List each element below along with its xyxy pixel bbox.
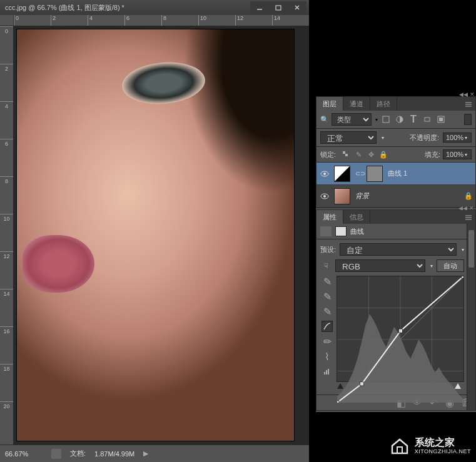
- filter-type-icon[interactable]: T: [408, 114, 419, 125]
- properties-panel: ◀◀ ✕ 属性 信息 曲线 预设: 自定 ▾ ☟ RGB ▾ 自动: [316, 209, 476, 411]
- properties-title: 曲线: [350, 227, 364, 236]
- tab-channels[interactable]: 通道: [343, 97, 370, 111]
- properties-scrollbar[interactable]: [467, 224, 475, 410]
- layer-list: ⊂⊃ 曲线 1 背景 🔒: [316, 163, 475, 208]
- curves-body: 预设: 自定 ▾ ☟ RGB ▾ 自动 ✎ ✎ ✎ ✏ ⌇: [316, 239, 475, 394]
- layer-item-curves[interactable]: ⊂⊃ 曲线 1: [316, 163, 475, 185]
- tab-properties[interactable]: 属性: [316, 210, 343, 224]
- layer-name[interactable]: 背景: [355, 191, 369, 201]
- white-point-slider[interactable]: [455, 383, 461, 389]
- status-doc-size: 1.87M/4.99M: [94, 450, 134, 458]
- eyedropper-black-icon[interactable]: ✎: [322, 276, 333, 287]
- svg-rect-13: [345, 154, 348, 156]
- svg-point-15: [323, 173, 326, 175]
- eyedropper-gray-icon[interactable]: ✎: [322, 291, 333, 302]
- svg-rect-21: [324, 372, 325, 374]
- maximize-button[interactable]: [269, 1, 288, 14]
- layer-item-background[interactable]: 背景 🔒: [316, 185, 475, 208]
- curves-adjustment-icon: [320, 226, 332, 236]
- svg-rect-31: [337, 401, 339, 403]
- zoom-level[interactable]: 66.67%: [5, 450, 43, 458]
- visibility-eye-icon[interactable]: [320, 169, 329, 178]
- curves-preset-select[interactable]: 自定: [340, 243, 457, 256]
- svg-rect-9: [425, 118, 430, 121]
- filter-search-icon[interactable]: 🔍: [320, 116, 329, 124]
- properties-header: 曲线: [316, 224, 475, 239]
- curves-auto-button[interactable]: 自动: [437, 259, 464, 272]
- ruler-vertical[interactable]: 02468101214161820: [0, 26, 14, 444]
- properties-panel-menu-icon[interactable]: [464, 213, 473, 220]
- properties-panel-tabs: 属性 信息: [316, 210, 475, 224]
- filter-adjustment-icon[interactable]: [394, 114, 405, 125]
- curves-tools: ✎ ✎ ✎ ✏ ⌇: [320, 276, 334, 382]
- canvas-image[interactable]: [16, 29, 295, 441]
- curves-preset-row: 预设: 自定 ▾: [320, 243, 464, 256]
- watermark: 系统之家 XITONGZHIJIA.NET: [388, 434, 471, 457]
- svg-rect-34: [462, 276, 463, 278]
- filter-pixel-icon[interactable]: [380, 114, 392, 125]
- tab-layers[interactable]: 图层: [316, 97, 343, 111]
- tab-info[interactable]: 信息: [343, 210, 370, 224]
- lock-transparency-icon[interactable]: [341, 149, 351, 159]
- layer-link-icon[interactable]: ⊂⊃: [355, 170, 362, 177]
- scrollbar-thumb[interactable]: [468, 230, 474, 268]
- canvas-area[interactable]: [14, 26, 309, 444]
- layers-filter-bar: 🔍 类型 ▾ T: [316, 111, 475, 129]
- fill-value[interactable]: 100%▾: [443, 149, 472, 159]
- curve-histogram-icon[interactable]: [322, 366, 333, 377]
- curves-channel-select[interactable]: RGB: [335, 259, 425, 272]
- document-title: ccc.jpg @ 66.7% (曲线 1, 图层蒙版/8) *: [3, 3, 250, 13]
- layer-thumb-adjustment[interactable]: [334, 166, 350, 182]
- lock-label: 锁定:: [320, 150, 336, 159]
- blend-mode-select[interactable]: 正常: [320, 131, 377, 144]
- preset-label: 预设:: [320, 245, 336, 254]
- svg-rect-23: [328, 369, 329, 374]
- layers-panel: ◀◀ ✕ 图层 通道 路径 🔍 类型 ▾ T 正常 ▾ 不透明度: 100%▾ …: [316, 96, 476, 208]
- layer-thumb-mask[interactable]: [367, 166, 383, 182]
- black-point-slider[interactable]: [337, 383, 343, 389]
- mask-icon[interactable]: [335, 226, 347, 236]
- curves-input-sliders[interactable]: [337, 383, 462, 391]
- lock-position-icon[interactable]: ✥: [366, 149, 376, 159]
- layers-blend-row: 正常 ▾ 不透明度: 100%▾: [316, 129, 475, 147]
- curve-point-tool-icon[interactable]: [322, 321, 333, 332]
- fill-label: 填充:: [425, 150, 440, 159]
- close-button[interactable]: [288, 1, 306, 14]
- watermark-cn: 系统之家: [415, 436, 471, 448]
- curves-graph[interactable]: [337, 276, 464, 382]
- status-preview-icon[interactable]: [51, 449, 61, 459]
- dropdown-arrow-icon: ▾: [462, 247, 464, 253]
- document-window: ccc.jpg @ 66.7% (曲线 1, 图层蒙版/8) * 0246810…: [0, 0, 309, 462]
- eyedropper-white-icon[interactable]: ✎: [322, 306, 333, 317]
- status-doc-label: 文档:: [70, 449, 86, 458]
- status-arrow-icon[interactable]: ▶: [143, 449, 148, 458]
- svg-rect-1: [276, 6, 281, 10]
- tab-paths[interactable]: 路径: [370, 97, 397, 111]
- panels-area: ◀◀ ✕ 图层 通道 路径 🔍 类型 ▾ T 正常 ▾ 不透明度: 100%▾ …: [316, 96, 476, 412]
- lock-pixels-icon[interactable]: ✎: [353, 149, 363, 159]
- curves-main: ✎ ✎ ✎ ✏ ⌇: [320, 276, 464, 382]
- targeted-adjustment-icon[interactable]: ☟: [320, 260, 332, 271]
- filter-smart-icon[interactable]: [435, 114, 447, 125]
- opacity-value[interactable]: 100%▾: [443, 133, 472, 143]
- ruler-horizontal[interactable]: 02468101214: [14, 15, 309, 26]
- lock-icon[interactable]: 🔒: [464, 192, 472, 200]
- watermark-en: XITONGZHIJIA.NET: [415, 448, 471, 455]
- layers-panel-menu-icon[interactable]: [464, 99, 473, 107]
- curves-channel-row: ☟ RGB ▾ 自动: [320, 259, 464, 272]
- layer-name[interactable]: 曲线 1: [388, 169, 407, 178]
- curve-smooth-icon[interactable]: ⌇: [322, 351, 333, 362]
- lock-all-icon[interactable]: 🔒: [378, 149, 388, 159]
- layer-thumb-image[interactable]: [334, 188, 350, 204]
- minimize-button[interactable]: [250, 1, 269, 14]
- ruler-corner[interactable]: [0, 15, 14, 26]
- watermark-logo-icon: [388, 434, 411, 457]
- document-titlebar[interactable]: ccc.jpg @ 66.7% (曲线 1, 图层蒙版/8) *: [0, 0, 309, 15]
- visibility-eye-icon[interactable]: [320, 192, 329, 201]
- layer-filter-type[interactable]: 类型: [332, 113, 372, 126]
- filter-toggle[interactable]: [464, 114, 472, 125]
- filter-shape-icon[interactable]: [422, 114, 433, 125]
- dropdown-arrow-icon: ▾: [430, 263, 433, 269]
- curve-pencil-tool-icon[interactable]: ✏: [322, 336, 333, 347]
- svg-rect-35: [397, 447, 402, 453]
